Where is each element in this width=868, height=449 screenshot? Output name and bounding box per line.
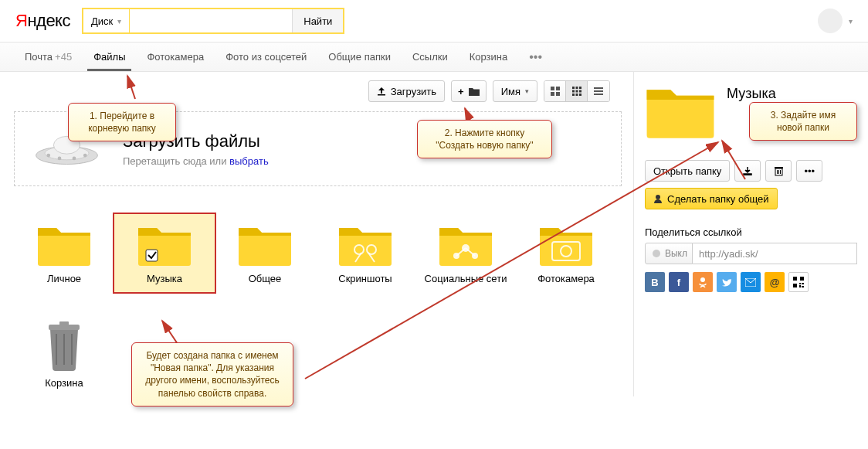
dropzone-choose-link[interactable]: выбрать [229, 155, 269, 167]
logo-letter: Я [15, 11, 27, 30]
search-button[interactable]: Найти [292, 9, 343, 32]
open-folder-button[interactable]: Открыть папку [645, 160, 730, 182]
svg-rect-40 [793, 284, 797, 287]
new-folder-button[interactable]: + [451, 80, 487, 102]
svg-rect-41 [799, 283, 801, 284]
folder-item[interactable]: Общее [215, 214, 315, 292]
delete-button[interactable] [765, 160, 792, 182]
avatar [818, 9, 843, 33]
svg-rect-31 [49, 325, 80, 330]
social-row: B f @ [645, 272, 857, 292]
folder-item[interactable]: Скриншоты [315, 214, 415, 292]
nav-trash[interactable]: Корзина [459, 43, 519, 71]
svg-rect-8 [575, 90, 578, 93]
link-row: Выкл [645, 243, 857, 264]
svg-rect-43 [799, 285, 801, 287]
view-large-tiles[interactable] [544, 81, 566, 101]
svg-point-20 [58, 157, 62, 161]
share-twitter-icon[interactable] [717, 272, 737, 292]
folder-label: Фотокамера [516, 273, 616, 284]
nav-social-photos[interactable]: Фото из соцсетей [215, 43, 317, 71]
svg-point-35 [656, 195, 660, 199]
share-vk-icon[interactable]: B [645, 272, 665, 292]
toggle-handle [653, 250, 660, 257]
upload-label: Загрузить [391, 86, 436, 97]
sort-button[interactable]: Имя ▾ [493, 80, 537, 102]
header: Яндекс Диск ▾ Найти ▾ [0, 0, 868, 43]
nav-mail[interactable]: Почта +45 [14, 43, 83, 71]
trash-label: Корзина [14, 377, 114, 389]
main-area: Загрузить + Имя ▾ Загрузить файлы [0, 72, 868, 396]
svg-rect-23 [146, 250, 158, 261]
svg-rect-9 [579, 90, 581, 93]
svg-rect-1 [556, 87, 560, 90]
download-button[interactable] [734, 160, 761, 182]
folder-item[interactable]: Личное [14, 214, 114, 292]
view-list[interactable] [588, 81, 609, 101]
callout-1: 1. Перейдите в корневую папку [68, 103, 176, 141]
nav-links[interactable]: Ссылки [402, 43, 459, 71]
callout-3-text: 3. Задайте имя новой папки [771, 110, 836, 133]
more-button[interactable]: ••• [796, 160, 822, 182]
svg-rect-0 [551, 87, 554, 90]
nav-files[interactable]: Файлы [83, 43, 136, 71]
svg-rect-11 [575, 94, 578, 96]
share-moimir-icon[interactable]: @ [765, 272, 785, 292]
callout-3: 3. Задайте имя новой папки [749, 102, 857, 141]
share-mail-icon[interactable] [741, 272, 761, 292]
service-selector[interactable]: Диск ▾ [83, 9, 130, 32]
folder-label: Социальные сети [415, 273, 516, 284]
svg-rect-13 [594, 87, 603, 89]
dropzone-subtitle: Перетащить сюда или [123, 155, 229, 167]
share-ok-icon[interactable] [693, 272, 713, 292]
folder-label: Музыка [114, 273, 215, 284]
nav-files-label: Файлы [93, 51, 125, 63]
svg-rect-34 [775, 167, 783, 168]
right-pane: Музыка 3. Задайте имя новой папки Открыт… [633, 72, 868, 396]
upload-button[interactable]: Загрузить [368, 80, 445, 102]
link-section-label: Поделиться ссылкой [645, 226, 857, 238]
svg-rect-44 [802, 286, 804, 287]
folder-icon [469, 87, 480, 96]
callout-4: Будет создана папка с именем "Новая папк… [131, 342, 293, 406]
logo[interactable]: Яндекс [15, 11, 70, 31]
nav-more[interactable]: ••• [518, 43, 553, 71]
download-icon [743, 166, 752, 175]
svg-point-19 [46, 154, 50, 158]
view-small-tiles[interactable] [566, 81, 588, 101]
nav-mail-label: Почта [25, 51, 53, 63]
callout-2-text: 2. Нажмите кнопку "Создать новую папку" [436, 128, 533, 151]
search-input[interactable] [130, 9, 292, 32]
share-qr-icon[interactable] [788, 272, 809, 292]
folder-label: Скриншоты [315, 273, 415, 284]
ellipsis-icon: ••• [804, 165, 815, 177]
share-label: Сделать папку общей [667, 193, 769, 205]
link-toggle[interactable]: Выкл [645, 243, 693, 264]
file-grid: Личное Музыка Общее Скриншоты Социальные… [14, 186, 622, 396]
navbar: Почта +45 Файлы Фотокамера Фото из соцсе… [0, 43, 868, 72]
trash-item[interactable]: Корзина [14, 312, 114, 396]
folder-item[interactable]: Фотокамера [516, 214, 616, 292]
svg-point-22 [83, 154, 87, 158]
svg-rect-10 [572, 94, 575, 96]
user-menu[interactable]: ▾ [818, 9, 853, 33]
chevron-down-icon: ▾ [117, 17, 121, 26]
folder-item-selected[interactable]: Музыка [114, 214, 215, 292]
nav-trash-label: Корзина [470, 51, 508, 63]
nav-camera[interactable]: Фотокамера [136, 43, 215, 71]
folder-label: Личное [14, 273, 114, 284]
share-link-input[interactable] [693, 243, 857, 264]
svg-rect-42 [802, 283, 804, 284]
folder-icon [645, 81, 716, 140]
preview-title: Музыка [727, 86, 776, 102]
toggle-label: Выкл [665, 248, 687, 259]
share-facebook-icon[interactable]: f [669, 272, 689, 292]
nav-shared[interactable]: Общие папки [317, 43, 402, 71]
open-label: Открыть папку [653, 165, 721, 177]
share-folder-button[interactable]: Сделать папку общей [645, 188, 778, 209]
folder-item[interactable]: Социальные сети [415, 214, 516, 292]
nav-social-label: Фото из соцсетей [225, 51, 307, 63]
svg-rect-6 [579, 87, 581, 89]
nav-camera-label: Фотокамера [147, 51, 204, 63]
chevron-down-icon: ▾ [525, 87, 529, 95]
